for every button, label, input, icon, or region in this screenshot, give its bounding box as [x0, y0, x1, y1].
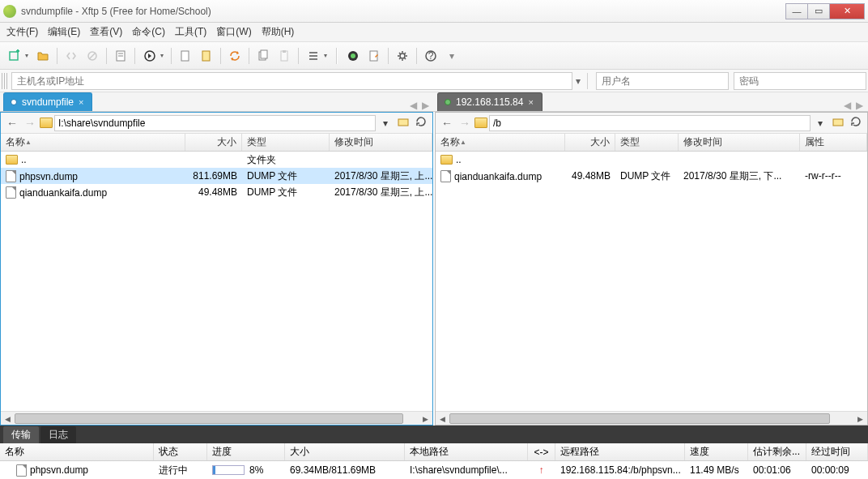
tcol-dir[interactable]: <-> — [528, 443, 555, 460]
menu-edit[interactable]: 编辑(E) — [48, 25, 80, 39]
file-row[interactable]: phpsvn.dump 811.69MB DUMP 文件 2017/8/30 星… — [1, 168, 432, 184]
tcol-local[interactable]: 本地路径 — [405, 443, 528, 460]
status-dot-icon — [445, 99, 451, 105]
help-button[interactable]: ? — [422, 47, 440, 65]
open-button[interactable] — [34, 47, 52, 65]
editor-button[interactable] — [365, 47, 383, 65]
menu-help[interactable]: 帮助(H) — [262, 25, 295, 39]
t-status: 进行中 — [154, 461, 207, 479]
h-scrollbar[interactable]: ◀ ▶ — [436, 411, 867, 425]
properties-button[interactable] — [112, 47, 130, 65]
tab-log[interactable]: 日志 — [40, 426, 76, 443]
menu-window[interactable]: 窗口(W) — [216, 25, 251, 39]
col-name[interactable]: 名称 — [436, 134, 565, 151]
scroll-right-icon[interactable]: ▶ — [419, 412, 432, 426]
col-size[interactable]: 大小 — [565, 134, 615, 151]
menu-file[interactable]: 文件(F) — [6, 25, 38, 39]
maximize-button[interactable]: ▭ — [807, 3, 830, 19]
terminal-button[interactable] — [344, 47, 362, 65]
tcol-name[interactable]: 名称 — [0, 443, 154, 460]
toolbar: ? ▾ — [0, 42, 868, 70]
col-mtime[interactable]: 修改时间 — [330, 134, 432, 151]
close-tab-icon[interactable]: × — [528, 97, 533, 107]
file-size: 811.69MB — [185, 170, 242, 182]
new-session-button[interactable] — [5, 47, 31, 65]
tcol-elapsed[interactable]: 经过时间 — [806, 443, 868, 460]
path-input[interactable] — [54, 115, 376, 131]
tab-local[interactable]: svndumpfile × — [3, 92, 92, 111]
tcol-remote[interactable]: 远程路径 — [555, 443, 685, 460]
tcol-eta[interactable]: 估计剩余... — [748, 443, 806, 460]
transfer-row[interactable]: phpsvn.dump 进行中 8% 69.34MB/811.69MB I:\s… — [0, 461, 868, 479]
paste-button[interactable] — [275, 47, 293, 65]
back-button[interactable]: ← — [439, 115, 455, 131]
file-row[interactable]: qianduankaifa.dump 49.48MB DUMP 文件 2017/… — [436, 168, 867, 184]
tab-next-icon[interactable]: ▶ — [856, 100, 863, 111]
dropdown-extra-button[interactable]: ▾ — [443, 47, 461, 65]
password-input[interactable] — [734, 72, 866, 90]
host-input[interactable] — [11, 72, 572, 90]
up-dir-button[interactable] — [830, 115, 846, 130]
svg-point-19 — [351, 53, 355, 58]
col-type[interactable]: 类型 — [615, 134, 679, 151]
close-tab-icon[interactable]: × — [79, 97, 83, 107]
view-mode-button[interactable] — [304, 47, 330, 65]
new-folder-button[interactable] — [198, 47, 215, 65]
refresh-button[interactable] — [848, 115, 864, 130]
col-size[interactable]: 大小 — [185, 134, 242, 151]
path-dropdown[interactable]: ▾ — [812, 118, 828, 129]
scroll-thumb[interactable] — [15, 413, 403, 424]
parent-dir-row[interactable]: .. — [436, 152, 867, 168]
h-scrollbar[interactable]: ◀ ▶ — [1, 411, 432, 425]
scroll-left-icon[interactable]: ◀ — [1, 412, 15, 426]
reconnect-button[interactable] — [62, 47, 80, 65]
forward-button[interactable]: → — [22, 115, 38, 131]
sync-button[interactable] — [226, 47, 244, 65]
tab-transfer[interactable]: 传输 — [3, 426, 39, 443]
t-pct: 8% — [249, 464, 263, 476]
svg-rect-12 — [261, 50, 267, 58]
scroll-left-icon[interactable]: ◀ — [436, 412, 449, 426]
scroll-right-icon[interactable]: ▶ — [853, 412, 867, 426]
tab-prev-icon[interactable]: ◀ — [410, 100, 417, 111]
parent-dir-row[interactable]: .. 文件夹 — [1, 152, 432, 168]
close-button[interactable]: ✕ — [829, 3, 865, 19]
new-file-button[interactable] — [177, 47, 194, 65]
col-mtime[interactable]: 修改时间 — [679, 134, 800, 151]
remote-filelist[interactable]: .. qianduankaifa.dump 49.48MB DUMP 文件 20… — [436, 152, 867, 411]
menu-tools[interactable]: 工具(T) — [175, 25, 206, 39]
tcol-speed[interactable]: 速度 — [685, 443, 748, 460]
host-dropdown[interactable]: ▾ — [572, 75, 584, 87]
menu-command[interactable]: 命令(C) — [132, 25, 165, 39]
refresh-button[interactable] — [413, 115, 429, 130]
path-dropdown[interactable]: ▾ — [377, 118, 394, 129]
settings-button[interactable] — [394, 47, 411, 65]
file-type: DUMP 文件 — [242, 169, 330, 183]
svg-rect-10 — [202, 51, 210, 61]
tcol-status[interactable]: 状态 — [154, 443, 207, 460]
tab-next-icon[interactable]: ▶ — [422, 100, 429, 111]
svg-point-21 — [400, 53, 405, 58]
up-dir-button[interactable] — [395, 115, 411, 130]
forward-button[interactable]: → — [457, 115, 473, 131]
disconnect-button[interactable] — [83, 47, 101, 65]
tcol-progress[interactable]: 进度 — [207, 443, 285, 460]
scroll-thumb[interactable] — [449, 413, 830, 424]
drag-handle[interactable] — [2, 73, 8, 89]
tcol-size[interactable]: 大小 — [285, 443, 405, 460]
tab-prev-icon[interactable]: ◀ — [844, 100, 851, 111]
col-type[interactable]: 类型 — [242, 134, 330, 151]
transfer-button[interactable] — [140, 47, 166, 65]
t-elapsed: 00:00:09 — [806, 461, 868, 479]
local-filelist[interactable]: .. 文件夹 phpsvn.dump 811.69MB DUMP 文件 2017… — [1, 152, 432, 411]
username-input[interactable] — [596, 72, 729, 90]
minimize-button[interactable]: — — [785, 3, 808, 19]
file-row[interactable]: qianduankaifa.dump 49.48MB DUMP 文件 2017/… — [1, 184, 432, 200]
copy-button[interactable] — [254, 47, 272, 65]
path-input[interactable] — [489, 115, 811, 131]
menu-view[interactable]: 查看(V) — [90, 25, 122, 39]
tab-remote[interactable]: 192.168.115.84 × — [437, 92, 542, 111]
col-attr[interactable]: 属性 — [800, 134, 867, 151]
col-name[interactable]: 名称 — [1, 134, 185, 151]
back-button[interactable]: ← — [4, 115, 20, 131]
